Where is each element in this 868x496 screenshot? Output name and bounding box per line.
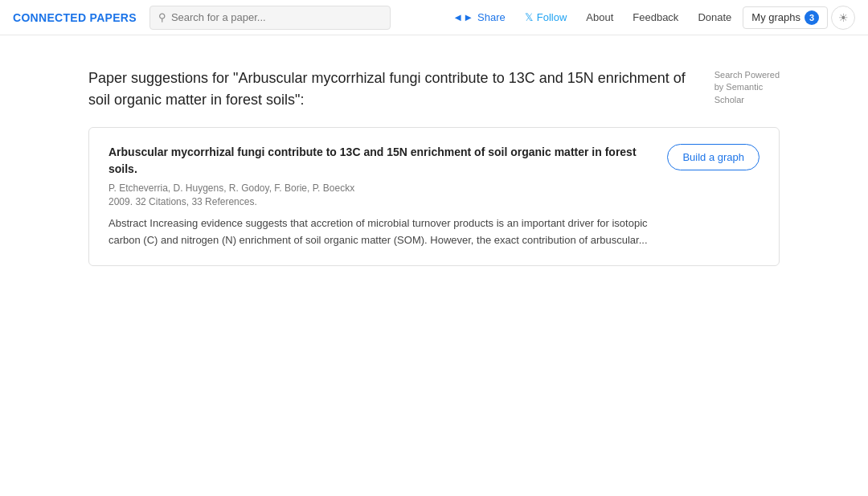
about-label: About — [586, 11, 613, 23]
paper-title: Arbuscular mycorrhizal fungi contribute … — [108, 144, 651, 178]
share-button[interactable]: ◄► Share — [444, 6, 513, 28]
paper-authors: P. Etcheverria, D. Huygens, R. Godoy, F.… — [108, 182, 651, 194]
follow-label: Follow — [537, 11, 567, 23]
twitter-icon: 𝕏 — [525, 11, 533, 23]
about-button[interactable]: About — [578, 6, 621, 28]
paper-year: 2009 — [108, 196, 130, 207]
nav-links: ◄► Share 𝕏 Follow About Feedback Donate … — [444, 6, 855, 30]
paper-references: 33 References. — [191, 196, 256, 207]
donate-button[interactable]: Donate — [690, 6, 739, 28]
search-icon: ⚲ — [158, 11, 166, 23]
page-title: Paper suggestions for "Arbuscular mycorr… — [88, 68, 705, 111]
paper-abstract: Abstract Increasing evidence suggests th… — [108, 215, 651, 249]
feedback-label: Feedback — [633, 11, 678, 23]
theme-toggle-button[interactable]: ☀ — [831, 6, 855, 30]
search-input[interactable] — [171, 11, 382, 23]
my-graphs-label: My graphs — [751, 11, 800, 23]
share-icon: ◄► — [452, 11, 473, 23]
feedback-button[interactable]: Feedback — [624, 6, 686, 28]
paper-citations: 32 Citations — [135, 196, 186, 207]
logo[interactable]: CONNECTED PAPERS — [13, 11, 137, 24]
search-powered-text: Search Powered by Semantic Scholar — [714, 68, 780, 106]
main-content: Paper suggestions for "Arbuscular mycorr… — [72, 68, 796, 266]
page-title-area: Paper suggestions for "Arbuscular mycorr… — [88, 68, 780, 111]
search-box: ⚲ — [149, 6, 391, 30]
header: CONNECTED PAPERS ⚲ ◄► Share 𝕏 Follow Abo… — [0, 0, 868, 35]
donate-label: Donate — [698, 11, 731, 23]
build-graph-button[interactable]: Build a graph — [667, 144, 760, 170]
share-label: Share — [477, 11, 506, 23]
my-graphs-badge: 3 — [805, 10, 819, 25]
paper-content: Arbuscular mycorrhizal fungi contribute … — [108, 144, 651, 249]
paper-card: Arbuscular mycorrhizal fungi contribute … — [88, 127, 780, 266]
follow-button[interactable]: 𝕏 Follow — [517, 6, 575, 28]
my-graphs-button[interactable]: My graphs 3 — [743, 6, 828, 29]
paper-meta: 2009. 32 Citations, 33 References. — [108, 196, 651, 207]
sun-icon: ☀ — [838, 11, 849, 24]
